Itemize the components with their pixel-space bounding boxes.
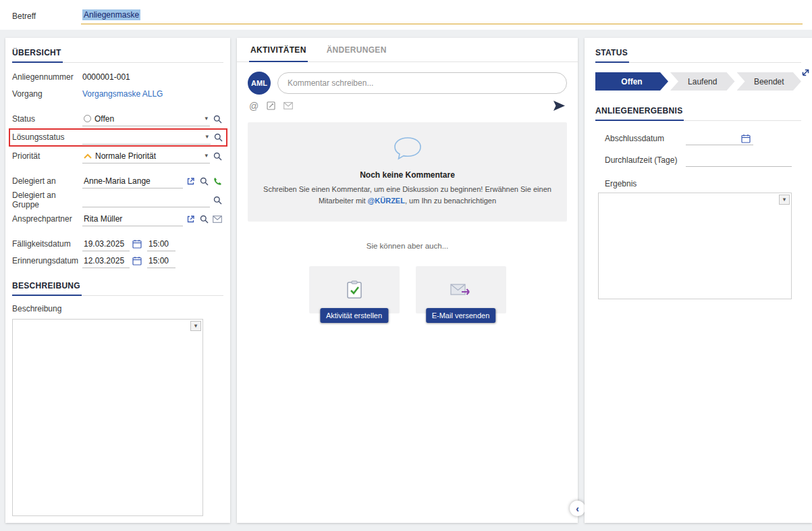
calendar-icon[interactable] bbox=[741, 134, 751, 143]
tab-bar: AKTIVITÄTEN ÄNDERUNGEN bbox=[237, 38, 578, 62]
tab-aktivitaeten[interactable]: AKTIVITÄTEN bbox=[249, 38, 308, 62]
faelligkeitsdatum-time-value: 15:00 bbox=[148, 239, 174, 249]
prioritaet-select[interactable]: Normale Priorität ▾ bbox=[82, 149, 210, 163]
collapse-panel-button[interactable]: ‹ bbox=[570, 501, 585, 516]
chevron-down-icon: ▾ bbox=[782, 197, 787, 203]
field-row-prioritaet: Priorität Normale Priorität ▾ bbox=[12, 149, 223, 163]
open-record-icon[interactable] bbox=[184, 213, 196, 225]
chevron-left-icon: ‹ bbox=[576, 503, 579, 514]
status-step-laufend[interactable]: Laufend bbox=[670, 72, 734, 91]
field-row-delegiert-an: Delegiert an Anne-Maria Lange bbox=[12, 174, 223, 188]
open-record-icon[interactable] bbox=[184, 175, 196, 187]
status-step-offen[interactable]: Offen bbox=[595, 72, 668, 91]
delegiert-an-gruppe-label: Delegiert an Gruppe bbox=[12, 191, 82, 209]
field-row-erinnerungsdatum: Erinnerungsdatum 12.03.2025 15:00 bbox=[12, 253, 223, 268]
loesungsstatus-label: Lösungsstatus bbox=[12, 132, 82, 142]
betreff-label: Betreff bbox=[12, 11, 81, 21]
phone-icon[interactable] bbox=[211, 175, 223, 187]
erinnerungsdatum-date-input[interactable]: 12.03.2025 bbox=[82, 254, 130, 268]
tab-aenderungen[interactable]: ÄNDERUNGEN bbox=[325, 38, 388, 61]
field-row-loesungsstatus: Lösungsstatus ▾ bbox=[12, 130, 224, 145]
priority-chevron-icon bbox=[84, 153, 92, 159]
status-select[interactable]: Offen ▾ bbox=[82, 112, 210, 126]
ergebnis-title: ANLIEGENERGEBNIS bbox=[595, 103, 684, 121]
abschlussdatum-input[interactable] bbox=[686, 132, 753, 145]
send-icon[interactable] bbox=[553, 100, 566, 111]
prioritaet-value: Normale Priorität bbox=[95, 151, 200, 161]
email-icon[interactable] bbox=[283, 102, 293, 109]
quick-actions: Aktivität erstellen E-Mail versenden bbox=[237, 266, 578, 323]
abschlussdatum-label: Abschlussdatum bbox=[605, 134, 686, 143]
search-icon[interactable] bbox=[211, 150, 223, 162]
betreff-value: Anliegenmaske bbox=[82, 9, 140, 20]
search-icon[interactable] bbox=[198, 213, 210, 225]
search-icon[interactable] bbox=[211, 113, 223, 125]
at-mention-icon[interactable]: @ bbox=[249, 101, 259, 111]
vorgang-label: Vorgang bbox=[12, 89, 82, 99]
status-step-beendet[interactable]: Beendet bbox=[737, 72, 801, 91]
search-icon[interactable] bbox=[198, 175, 210, 187]
field-row-vorgang: Vorgang Vorgangsmaske ALLG bbox=[12, 86, 223, 101]
composer-toolbar: @ bbox=[237, 95, 578, 111]
ergebnis-expand-button[interactable]: ▾ bbox=[779, 195, 790, 205]
overview-title: ÜBERSICHT bbox=[12, 45, 63, 63]
faelligkeitsdatum-date-value: 19.03.2025 bbox=[84, 239, 128, 249]
calendar-icon[interactable] bbox=[131, 255, 143, 267]
faelligkeitsdatum-time-input[interactable]: 15:00 bbox=[147, 237, 175, 251]
chevron-down-icon: ▾ bbox=[194, 323, 198, 329]
field-row-ansprechpartner: Ansprechpartner Rita Müller bbox=[12, 211, 223, 226]
calendar-icon[interactable] bbox=[131, 238, 143, 250]
send-email-card: E-Mail versenden bbox=[416, 266, 506, 323]
beschreibung-label: Beschreibung bbox=[12, 304, 223, 313]
note-icon[interactable] bbox=[267, 101, 275, 110]
empty-state: Noch keine Kommentare Schreiben Sie eine… bbox=[248, 122, 567, 222]
send-email-button[interactable]: E-Mail versenden bbox=[426, 308, 496, 323]
delegiert-an-input[interactable]: Anne-Maria Lange bbox=[82, 174, 183, 188]
vorgang-link[interactable]: Vorgangsmaske ALLG bbox=[82, 89, 163, 99]
erinnerungsdatum-time-input[interactable]: 15:00 bbox=[147, 254, 175, 268]
durchlaufzeit-label: Durchlaufzeit (Tage) bbox=[605, 155, 686, 165]
beschreibung-textarea[interactable]: ▾ bbox=[12, 319, 203, 516]
clipboard-check-icon bbox=[346, 280, 363, 299]
field-row-faelligkeitsdatum: Fälligkeitsdatum 19.03.2025 15:00 bbox=[12, 236, 223, 251]
activity-card-box bbox=[309, 266, 400, 313]
ergebnis-label: Ergebnis bbox=[605, 179, 792, 188]
status-value: Offen bbox=[94, 114, 200, 124]
search-icon[interactable] bbox=[212, 131, 224, 143]
avatar: AML bbox=[248, 72, 271, 95]
ansprechpartner-label: Ansprechpartner bbox=[12, 214, 82, 224]
chevron-down-icon[interactable]: ▾ bbox=[204, 153, 209, 159]
email-icon[interactable] bbox=[211, 213, 223, 225]
create-activity-button[interactable]: Aktivität erstellen bbox=[320, 308, 388, 323]
durchlaufzeit-input[interactable] bbox=[686, 153, 792, 167]
chevron-down-icon[interactable]: ▾ bbox=[204, 116, 209, 122]
beschreibung-title: BESCHREIBUNG bbox=[12, 278, 82, 296]
ansprechpartner-input[interactable]: Rita Müller bbox=[82, 212, 183, 226]
search-icon[interactable] bbox=[211, 194, 223, 206]
delegiert-an-value: Anne-Maria Lange bbox=[84, 176, 182, 186]
delegiert-an-label: Delegiert an bbox=[12, 176, 82, 186]
delegiert-an-gruppe-input[interactable] bbox=[82, 193, 210, 207]
comment-input[interactable] bbox=[277, 72, 567, 94]
anliegennummer-value: 0000001-001 bbox=[82, 72, 130, 82]
betreff-input[interactable]: Anliegenmaske bbox=[81, 8, 803, 24]
chevron-down-icon[interactable]: ▾ bbox=[205, 134, 209, 140]
ansprechpartner-value: Rita Müller bbox=[84, 214, 182, 224]
ergebnis-textarea[interactable]: ▾ bbox=[598, 193, 792, 299]
faelligkeitsdatum-date-input[interactable]: 19.03.2025 bbox=[82, 237, 130, 251]
prioritaet-label: Priorität bbox=[12, 151, 82, 161]
overview-header: ÜBERSICHT bbox=[12, 45, 223, 63]
status-steps: Offen Laufend Beendet bbox=[595, 72, 801, 91]
empty-title: Noch keine Kommentare bbox=[257, 170, 558, 180]
beschreibung-expand-button[interactable]: ▾ bbox=[190, 321, 201, 331]
ergebnis-header: ANLIEGENERGEBNIS bbox=[585, 103, 812, 121]
loesungsstatus-select[interactable]: ▾ bbox=[82, 130, 211, 145]
overview-panel: ÜBERSICHT Anliegennummer 0000001-001 Vor… bbox=[5, 38, 230, 523]
field-row-durchlaufzeit: Durchlaufzeit (Tage) bbox=[605, 153, 792, 167]
field-row-anliegennummer: Anliegennummer 0000001-001 bbox=[12, 70, 223, 84]
subject-bar: Betreff Anliegenmaske bbox=[0, 0, 812, 30]
field-row-abschlussdatum: Abschlussdatum bbox=[605, 132, 792, 145]
activities-panel: AKTIVITÄTEN ÄNDERUNGEN AML @ Noch keine … bbox=[237, 38, 578, 523]
status-header: STATUS bbox=[585, 45, 812, 63]
erinnerungsdatum-date-value: 12.03.2025 bbox=[84, 256, 128, 266]
